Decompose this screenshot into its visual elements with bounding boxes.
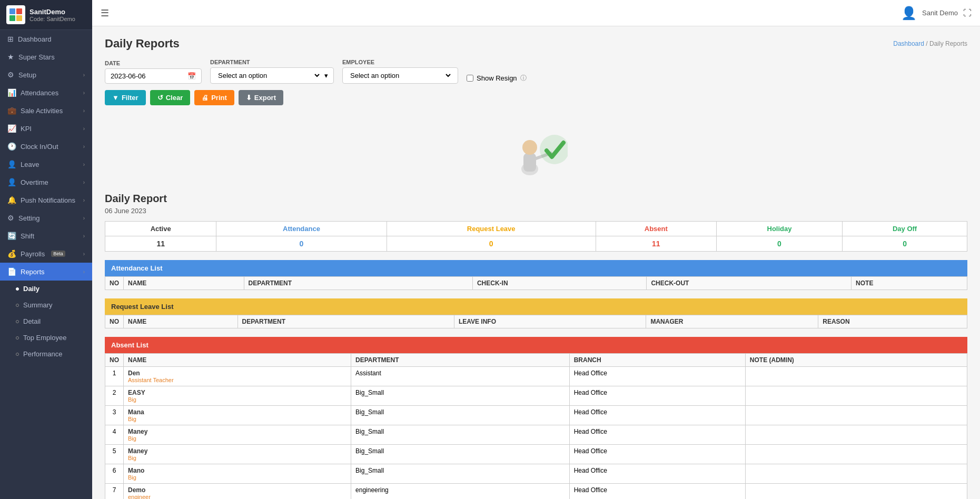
stat-active-value: 11: [105, 236, 216, 252]
absent-table: NO NAME DEPARTMENT BRANCH NOTE (ADMIN) 1…: [105, 353, 967, 499]
date-input-wrapper: 📅: [105, 68, 202, 84]
sidebar-item-leave[interactable]: 👤 Leave ›: [0, 155, 92, 173]
sub-item-performance[interactable]: Performance: [0, 346, 92, 362]
sidebar-item-shift[interactable]: 🔄 Shift ›: [0, 227, 92, 245]
svg-point-8: [540, 135, 568, 164]
absent-row-branch: Head Office: [569, 425, 745, 445]
absent-row-dept: engineering: [351, 484, 570, 500]
absent-row-note: [745, 445, 967, 464]
absent-row-no: 1: [105, 367, 124, 386]
svg-rect-1: [16, 8, 22, 14]
report-title: Daily Report: [105, 193, 967, 205]
svg-rect-5: [523, 153, 536, 172]
app-name: SanitDemo: [29, 8, 75, 16]
rl-col-leave: LEAVE INFO: [454, 315, 646, 328]
absent-row-no: 6: [105, 464, 124, 484]
sidebar-item-payrolls[interactable]: 💰 Payrolls Beta ›: [0, 245, 92, 263]
attendances-chevron: ›: [83, 90, 85, 96]
shift-chevron: ›: [83, 233, 85, 239]
absent-row-dept: Big_Small: [351, 406, 570, 425]
setup-icon: ⚙: [7, 71, 14, 79]
checkmark-figure: [504, 124, 568, 182]
absent-row-no: 4: [105, 425, 124, 445]
svg-rect-2: [9, 15, 15, 21]
absent-row-branch: Head Office: [569, 445, 745, 464]
performance-dot: [16, 353, 19, 356]
sidebar-item-clockinout[interactable]: 🕐 Clock In/Out ›: [0, 137, 92, 155]
stat-attendance-header[interactable]: Attendance: [216, 222, 387, 236]
sub-item-daily[interactable]: Daily: [0, 281, 92, 297]
absent-row-dept: Big_Small: [351, 386, 570, 406]
report-date: 06 June 2023: [105, 207, 967, 215]
absent-row-name: Den Assistant Teacher: [124, 367, 351, 386]
leave-icon: 👤: [7, 160, 16, 168]
stats-table: Active Attendance Request Leave Absent H…: [105, 221, 967, 252]
absent-row-branch: Head Office: [569, 484, 745, 500]
stat-dayoff-header: Day Off: [843, 222, 967, 236]
absent-row-name: Maney Big: [124, 425, 351, 445]
absent-row-note: [745, 425, 967, 445]
export-icon: ⬇: [246, 94, 252, 102]
show-resign-label: Show Resign: [477, 74, 517, 82]
sidebar: SanitDemo Code: SanitDemo ⊞ Dashboard ★ …: [0, 0, 92, 499]
sidebar-item-attendances[interactable]: 📊 Attendances ›: [0, 84, 92, 102]
table-row: 3 Mana Big Big_Small Head Office: [105, 406, 967, 425]
sidebar-label-overtime: Overtime: [21, 178, 48, 186]
sidebar-item-superstars[interactable]: ★ Super Stars: [0, 48, 92, 66]
table-row: 1 Den Assistant Teacher Assistant Head O…: [105, 367, 967, 386]
show-resign-checkbox[interactable]: [467, 75, 473, 82]
filter-button[interactable]: ▼ Filter: [105, 90, 146, 105]
sidebar-label-superstars: Super Stars: [18, 53, 55, 61]
show-resign-wrapper: Show Resign ⓘ: [467, 74, 527, 84]
topbar: ☰ 👤 Sanit Demo ⛶: [92, 0, 980, 26]
absent-row-no: 3: [105, 406, 124, 425]
print-button[interactable]: 🖨 Print: [194, 90, 234, 105]
department-select[interactable]: Select an option: [216, 71, 321, 80]
sub-label-detail: Detail: [23, 317, 41, 325]
sidebar-label-sale: Sale Activities: [21, 107, 63, 115]
sidebar-item-overtime[interactable]: 👤 Overtime ›: [0, 173, 92, 191]
sub-label-daily: Daily: [23, 285, 39, 293]
absent-row-dept: Big_Small: [351, 425, 570, 445]
stat-leave-header[interactable]: Request Leave: [387, 222, 596, 236]
employee-select[interactable]: Select an option: [348, 71, 452, 80]
info-icon: ⓘ: [520, 74, 527, 83]
breadcrumb: Dashboard / Daily Reports: [893, 40, 967, 47]
app-code: Code: SanitDemo: [29, 16, 75, 22]
breadcrumb-home[interactable]: Dashboard: [893, 40, 924, 47]
absent-row-branch: Head Office: [569, 367, 745, 386]
export-button[interactable]: ⬇ Export: [239, 90, 283, 105]
filter-row: DATE 📅 Department Select an option ▾ Emp…: [105, 59, 967, 84]
clear-button[interactable]: ↺ Clear: [150, 90, 191, 105]
daily-report-section: Daily Report 06 June 2023 Active Attenda…: [105, 193, 967, 499]
sidebar-item-kpi[interactable]: 📈 KPI ›: [0, 119, 92, 137]
top-employee-dot: [16, 336, 19, 340]
beta-badge: Beta: [51, 251, 65, 257]
sidebar-item-reports[interactable]: 📄 Reports ›: [0, 263, 92, 281]
sale-chevron: ›: [83, 108, 85, 114]
absent-row-branch: Head Office: [569, 386, 745, 406]
sidebar-item-push-notifications[interactable]: 🔔 Push Notifications ›: [0, 191, 92, 209]
sub-item-detail[interactable]: Detail: [0, 313, 92, 330]
sidebar-item-setup[interactable]: ⚙ Setup ›: [0, 66, 92, 84]
sidebar-item-dashboard[interactable]: ⊞ Dashboard: [0, 30, 92, 48]
sub-item-top-employee[interactable]: Top Employee: [0, 330, 92, 346]
department-label: Department: [210, 59, 334, 65]
sidebar-item-setting[interactable]: ⚙ Setting ›: [0, 209, 92, 227]
expand-icon[interactable]: ⛶: [963, 8, 972, 18]
sidebar-label-clockinout: Clock In/Out: [21, 143, 58, 151]
rl-col-dept: DEPARTMENT: [237, 315, 454, 328]
daily-dot: [16, 287, 19, 291]
employee-input-wrapper: Select an option: [342, 67, 458, 84]
content-area: Daily Reports Dashboard / Daily Reports …: [92, 26, 980, 499]
reports-chevron: ›: [83, 269, 85, 275]
sub-item-summary[interactable]: Summary: [0, 297, 92, 313]
hamburger-icon[interactable]: ☰: [101, 7, 109, 19]
date-input[interactable]: [111, 72, 184, 80]
stat-absent-header: Absent: [596, 222, 716, 236]
sidebar-item-sale-activities[interactable]: 💼 Sale Activities ›: [0, 102, 92, 119]
calendar-icon[interactable]: 📅: [187, 72, 196, 80]
kpi-chevron: ›: [83, 126, 85, 132]
att-col-name: NAME: [124, 277, 244, 290]
table-row: 6 Mano Big Big_Small Head Office: [105, 464, 967, 484]
